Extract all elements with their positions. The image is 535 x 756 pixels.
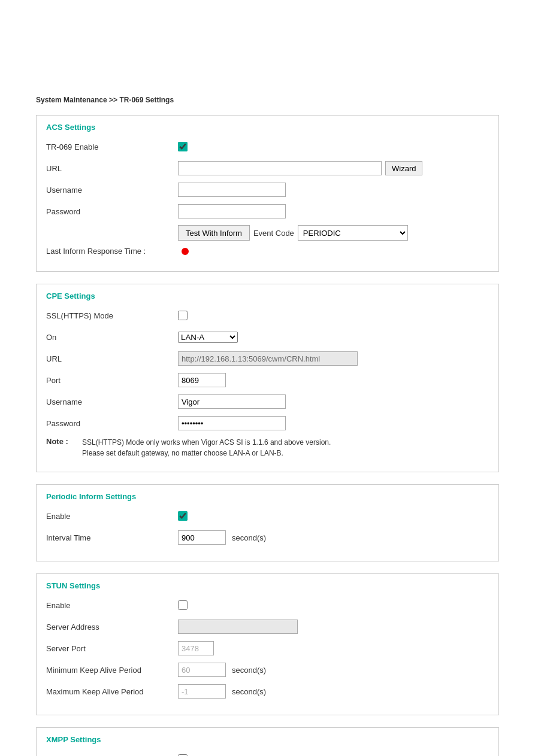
tr069-enable-row: TR-069 Enable [46, 139, 489, 154]
cpe-url-row: URL [46, 351, 489, 366]
acs-url-row: URL Wizard [46, 160, 489, 176]
periodic-section-title: Periodic Inform Settings [46, 492, 489, 501]
stun-server-address-label: Server Address [46, 623, 178, 631]
stun-server-address-row: Server Address [46, 619, 489, 634]
cpe-username-row: Username [46, 394, 489, 409]
stun-enable-label: Enable [46, 601, 178, 610]
cpe-ssl-row: SSL(HTTPS) Mode [46, 308, 489, 323]
last-inform-row: Last Inform Response Time : [46, 247, 489, 256]
periodic-interval-row: Interval Time second(s) [46, 530, 489, 545]
cpe-note-label: Note : [46, 437, 82, 446]
stun-max-keepalive-label: Maximum Keep Alive Period [46, 687, 178, 696]
stun-server-port-input[interactable] [178, 641, 214, 655]
cpe-note-row: Note : SSL(HTTPS) Mode only works when V… [46, 437, 489, 459]
stun-server-port-label: Server Port [46, 644, 178, 653]
cpe-note-text: SSL(HTTPS) Mode only works when Vigor AC… [82, 437, 331, 459]
wizard-button[interactable]: Wizard [385, 161, 422, 175]
stun-server-port-row: Server Port [46, 640, 489, 656]
breadcrumb: System Maintenance >> TR-069 Settings [36, 96, 499, 104]
cpe-username-input[interactable] [178, 394, 286, 409]
tr069-enable-label: TR-069 Enable [46, 142, 178, 151]
cpe-ssl-label: SSL(HTTPS) Mode [46, 311, 178, 320]
cpe-ssl-checkbox[interactable] [178, 311, 188, 320]
tr069-enable-checkbox[interactable] [178, 142, 188, 151]
stun-max-seconds-label: second(s) [232, 687, 266, 696]
xmpp-enable-row: Enable [46, 751, 489, 756]
cpe-port-label: Port [46, 376, 178, 385]
last-inform-label: Last Inform Response Time : [46, 247, 178, 256]
stun-max-keepalive-row: Maximum Keep Alive Period second(s) [46, 684, 489, 699]
cpe-username-label: Username [46, 397, 178, 406]
acs-username-input[interactable] [178, 183, 286, 197]
cpe-settings-section: CPE Settings SSL(HTTPS) Mode On LAN-A LA… [36, 284, 499, 472]
stun-min-keepalive-row: Minimum Keep Alive Period second(s) [46, 662, 489, 678]
cpe-url-label: URL [46, 354, 178, 363]
periodic-enable-row: Enable [46, 508, 489, 524]
test-inform-row: Test With Inform Event Code PERIODIC BOO… [46, 225, 489, 241]
acs-password-label: Password [46, 207, 178, 216]
test-inform-button[interactable]: Test With Inform [178, 225, 250, 241]
periodic-interval-input[interactable] [178, 530, 226, 545]
cpe-on-label: On [46, 333, 178, 342]
stun-section-title: STUN Settings [46, 581, 489, 590]
stun-max-keepalive-input[interactable] [178, 684, 226, 699]
xmpp-settings-section: XMPP Settings Enable Status [36, 727, 499, 756]
cpe-password-row: Password [46, 415, 489, 431]
periodic-interval-label: Interval Time [46, 533, 178, 542]
stun-enable-checkbox[interactable] [178, 600, 188, 610]
cpe-on-select[interactable]: LAN-A LAN-B [178, 332, 238, 343]
stun-server-address-input[interactable] [178, 620, 298, 634]
periodic-enable-checkbox[interactable] [178, 511, 188, 521]
event-code-label: Event Code [253, 229, 294, 238]
periodic-settings-section: Periodic Inform Settings Enable Interval… [36, 484, 499, 561]
cpe-port-row: Port [46, 372, 489, 388]
periodic-enable-label: Enable [46, 512, 178, 521]
acs-username-row: Username [46, 182, 489, 198]
acs-password-input[interactable] [178, 204, 286, 218]
stun-min-keepalive-label: Minimum Keep Alive Period [46, 666, 178, 675]
cpe-password-input[interactable] [178, 416, 286, 430]
stun-enable-row: Enable [46, 597, 489, 613]
stun-min-keepalive-input[interactable] [178, 663, 226, 677]
cpe-url-input[interactable] [178, 351, 358, 366]
cpe-password-label: Password [46, 419, 178, 428]
last-inform-indicator [182, 248, 189, 255]
cpe-on-row: On LAN-A LAN-B [46, 329, 489, 345]
acs-section-title: ACS Settings [46, 123, 489, 132]
cpe-port-input[interactable] [178, 373, 226, 387]
stun-min-seconds-label: second(s) [232, 666, 266, 675]
acs-url-label: URL [46, 164, 178, 173]
acs-password-row: Password [46, 204, 489, 219]
acs-username-label: Username [46, 186, 178, 195]
stun-settings-section: STUN Settings Enable Server Address Serv… [36, 573, 499, 715]
event-code-select[interactable]: PERIODIC BOOT VALUE CHANGE CONNECTION RE… [298, 225, 408, 241]
periodic-seconds-label: second(s) [232, 533, 266, 542]
acs-url-input[interactable] [178, 161, 382, 175]
xmpp-section-title: XMPP Settings [46, 735, 489, 744]
acs-settings-section: ACS Settings TR-069 Enable URL Wizard Us… [36, 115, 499, 272]
cpe-section-title: CPE Settings [46, 292, 489, 300]
